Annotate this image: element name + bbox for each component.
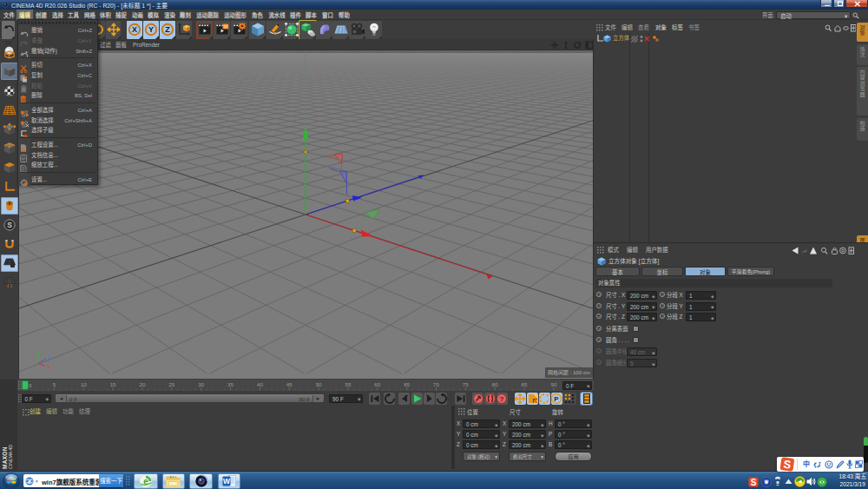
svg-text:W: W <box>223 477 231 486</box>
svg-text:25: 25 <box>168 381 174 387</box>
svg-text:网格间距 : 100 cm: 网格间距 : 100 cm <box>548 369 590 376</box>
svg-text:Z: Z <box>165 25 170 34</box>
svg-text:20: 20 <box>140 381 146 387</box>
svg-text:?: ? <box>500 395 504 403</box>
svg-text:60: 60 <box>374 381 380 387</box>
svg-text:85: 85 <box>522 381 528 387</box>
svg-text:65: 65 <box>404 381 410 387</box>
svg-text:80: 80 <box>492 381 498 387</box>
svg-text:Y: Y <box>148 25 154 34</box>
svg-text:40: 40 <box>257 381 263 387</box>
svg-text:90: 90 <box>550 381 556 387</box>
svg-text:10: 10 <box>81 381 87 387</box>
svg-text:75: 75 <box>463 381 469 387</box>
svg-text:S: S <box>7 221 12 229</box>
svg-text:Y: Y <box>36 346 40 351</box>
svg-text:S: S <box>751 478 757 487</box>
svg-text:45: 45 <box>286 381 293 387</box>
svg-text:e: e <box>28 477 31 485</box>
svg-text:55: 55 <box>345 381 351 387</box>
svg-text:70: 70 <box>433 381 439 387</box>
svg-text:5: 5 <box>53 381 56 387</box>
svg-text:15: 15 <box>110 381 116 387</box>
svg-text:35: 35 <box>227 381 233 387</box>
svg-text:Z: Z <box>48 355 51 360</box>
svg-text:30: 30 <box>198 381 204 387</box>
svg-text:X: X <box>132 25 137 34</box>
svg-text:X: X <box>47 365 50 370</box>
svg-text:50: 50 <box>316 381 322 387</box>
svg-text:P: P <box>554 395 559 403</box>
svg-text:( ): ( ) <box>7 283 12 287</box>
